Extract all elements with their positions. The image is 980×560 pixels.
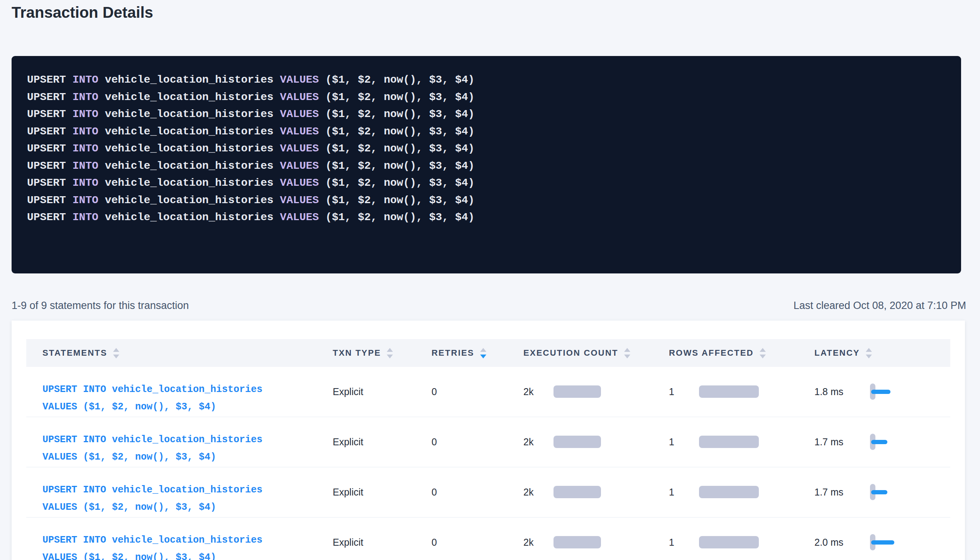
column-label: EXECUTION COUNT	[523, 348, 618, 358]
latency-bar	[871, 440, 887, 444]
sql-token-into: INTO	[73, 108, 105, 120]
sql-token-into: INTO	[73, 126, 105, 137]
sql-statement-line: UPSERT INTO vehicle_location_histories V…	[27, 192, 946, 209]
table-header-cell[interactable]: TXN TYPE	[333, 339, 432, 367]
latency-bar	[871, 390, 890, 394]
retries-cell: 0	[432, 518, 523, 560]
sql-token-table: vehicle_location_histories	[105, 91, 280, 103]
latency-cell: 1.8 ms	[814, 367, 950, 417]
sql-statements-list: UPSERT INTO vehicle_location_histories V…	[27, 71, 946, 226]
sql-token-args: ($1, $2, now(), $3, $4)	[325, 74, 474, 86]
sort-desc-arrow-icon	[866, 355, 872, 358]
sql-token-table: vehicle_location_histories	[105, 194, 280, 206]
execution-count-bar	[553, 536, 601, 548]
statement-line-2: VALUES ($1, $2, now(), $3, $4)	[42, 552, 216, 560]
column-label: TXN TYPE	[333, 348, 381, 358]
sql-token-args: ($1, $2, now(), $3, $4)	[325, 160, 474, 172]
rows-affected-value: 1	[669, 386, 699, 397]
table-header-row: STATEMENTS TXN TYPE RETRIES EXECUTION CO…	[26, 339, 950, 367]
sql-statement-line: UPSERT INTO vehicle_location_histories V…	[27, 158, 946, 175]
column-label: ROWS AFFECTED	[669, 348, 754, 358]
statement-line-1: UPSERT INTO vehicle_location_histories	[42, 535, 262, 546]
retries-cell: 0	[432, 367, 523, 417]
execution-count-cell: 2k	[523, 417, 669, 467]
rows-affected-cell: 1	[669, 518, 814, 560]
sort-asc-arrow-icon	[760, 348, 766, 352]
sort-icon	[113, 348, 119, 358]
statement-link[interactable]: UPSERT INTO vehicle_location_historiesVA…	[42, 417, 333, 466]
last-cleared-text: Last cleared Oct 08, 2020 at 7:10 PM	[794, 300, 966, 312]
table-row: UPSERT INTO vehicle_location_historiesVA…	[26, 367, 950, 417]
rows-affected-cell: 1	[669, 467, 814, 517]
sql-statement-line: UPSERT INTO vehicle_location_histories V…	[27, 140, 946, 158]
sql-token-values: VALUES	[280, 91, 325, 103]
sort-desc-arrow-icon	[760, 355, 766, 358]
execution-count-bar	[553, 385, 601, 398]
rows-affected-cell: 1	[669, 367, 814, 417]
sql-token-table: vehicle_location_histories	[105, 108, 280, 120]
sort-icon	[480, 348, 486, 358]
execution-count-value: 2k	[523, 386, 553, 397]
retries-cell: 0	[432, 417, 523, 467]
sort-desc-arrow-icon	[480, 355, 486, 358]
column-label: RETRIES	[432, 348, 474, 358]
table-header-cell[interactable]: RETRIES	[432, 339, 523, 367]
table-header-cell[interactable]: STATEMENTS	[26, 339, 333, 367]
execution-count-value: 2k	[523, 487, 553, 498]
sql-token-args: ($1, $2, now(), $3, $4)	[325, 143, 474, 154]
sql-token-into: INTO	[73, 160, 105, 172]
latency-value: 1.8 ms	[814, 386, 870, 397]
table-body: UPSERT INTO vehicle_location_historiesVA…	[26, 367, 950, 560]
sql-token-into: INTO	[73, 74, 105, 86]
sort-icon	[866, 348, 872, 358]
sql-token-upsert: UPSERT	[27, 126, 73, 137]
latency-cell: 1.7 ms	[814, 417, 950, 467]
txn-type-cell: Explicit	[333, 367, 432, 417]
sql-token-values: VALUES	[280, 74, 325, 86]
execution-count-value: 2k	[523, 436, 553, 448]
sql-token-values: VALUES	[280, 211, 325, 223]
sql-token-table: vehicle_location_histories	[105, 74, 280, 86]
sql-token-values: VALUES	[280, 143, 325, 154]
sql-token-upsert: UPSERT	[27, 74, 73, 86]
sql-token-values: VALUES	[280, 177, 325, 189]
sql-token-into: INTO	[73, 177, 105, 189]
sort-asc-arrow-icon	[387, 348, 393, 352]
sql-token-upsert: UPSERT	[27, 108, 73, 120]
sort-asc-arrow-icon	[113, 348, 119, 352]
statement-cell: UPSERT INTO vehicle_location_historiesVA…	[26, 467, 333, 517]
rows-affected-cell: 1	[669, 417, 814, 467]
sql-statement-line: UPSERT INTO vehicle_location_histories V…	[27, 89, 946, 106]
table-header-cell[interactable]: LATENCY	[814, 339, 950, 367]
rows-affected-value: 1	[669, 537, 699, 548]
table-row: UPSERT INTO vehicle_location_historiesVA…	[26, 467, 950, 518]
sql-token-table: vehicle_location_histories	[105, 177, 280, 189]
sort-icon	[624, 348, 630, 358]
sql-token-into: INTO	[73, 211, 105, 223]
sql-token-table: vehicle_location_histories	[105, 126, 280, 137]
sql-token-args: ($1, $2, now(), $3, $4)	[325, 108, 474, 120]
sql-token-values: VALUES	[280, 160, 325, 172]
sql-statement-line: UPSERT INTO vehicle_location_histories V…	[27, 209, 946, 226]
sql-token-values: VALUES	[280, 108, 325, 120]
sort-asc-arrow-icon	[480, 348, 486, 352]
sql-token-values: VALUES	[280, 126, 325, 137]
rows-affected-value: 1	[669, 436, 699, 448]
sql-token-upsert: UPSERT	[27, 177, 73, 189]
statement-link[interactable]: UPSERT INTO vehicle_location_historiesVA…	[42, 518, 333, 560]
sort-asc-arrow-icon	[866, 348, 872, 352]
rows-affected-bar	[699, 385, 759, 398]
statement-cell: UPSERT INTO vehicle_location_historiesVA…	[26, 417, 333, 467]
execution-count-cell: 2k	[523, 518, 669, 560]
statement-link[interactable]: UPSERT INTO vehicle_location_historiesVA…	[42, 367, 333, 416]
sql-token-values: VALUES	[280, 194, 325, 206]
column-label: LATENCY	[814, 348, 860, 358]
sql-token-into: INTO	[73, 143, 105, 154]
sort-asc-arrow-icon	[624, 348, 630, 352]
sql-statement-line: UPSERT INTO vehicle_location_histories V…	[27, 71, 946, 89]
statements-summary-row: 1-9 of 9 statements for this transaction…	[12, 300, 966, 312]
table-header-cell[interactable]: EXECUTION COUNT	[523, 339, 669, 367]
sql-token-args: ($1, $2, now(), $3, $4)	[325, 194, 474, 206]
table-header-cell[interactable]: ROWS AFFECTED	[669, 339, 814, 367]
statement-link[interactable]: UPSERT INTO vehicle_location_historiesVA…	[42, 467, 333, 516]
